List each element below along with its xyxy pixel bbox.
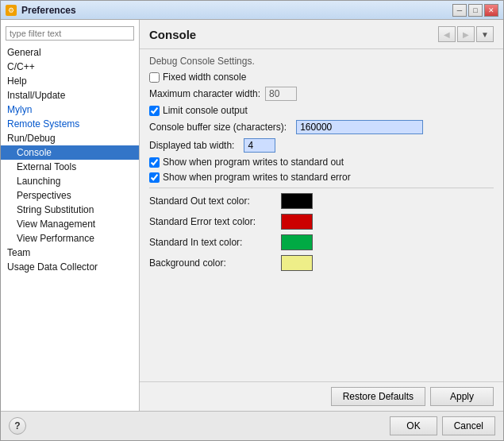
title-bar-left: ⚙ Preferences xyxy=(6,5,76,16)
sidebar: General C/C++ Help Install/Update Mylyn … xyxy=(1,20,140,411)
panel-divider xyxy=(140,48,503,49)
stdout-color-row: Standard Out text color: xyxy=(149,193,494,209)
minimize-button[interactable]: ─ xyxy=(452,4,467,17)
max-char-row: Maximum character width: xyxy=(149,87,494,101)
stdin-color-label: Standard In text color: xyxy=(149,237,276,248)
colors-divider xyxy=(149,188,494,188)
sidebar-item-help[interactable]: Help xyxy=(1,74,139,88)
filter-box xyxy=(6,26,134,41)
footer-left: ? xyxy=(9,417,26,435)
limit-output-label: Limit console output xyxy=(163,105,248,116)
stdin-color-swatch[interactable] xyxy=(281,234,313,250)
restore-defaults-button[interactable]: Restore Defaults xyxy=(331,387,425,406)
panel-body: Debug Console Settings. Fixed width cons… xyxy=(140,52,503,381)
right-panel: Console ◀ ▶ ▼ Debug Console Settings. Fi… xyxy=(140,20,503,411)
max-char-input[interactable] xyxy=(265,87,297,101)
window-icon: ⚙ xyxy=(6,5,17,16)
fixed-width-checkbox[interactable] xyxy=(149,72,160,83)
tab-width-label: Displayed tab width: xyxy=(149,140,234,151)
cancel-button[interactable]: Cancel xyxy=(442,416,495,435)
sidebar-item-usage-data[interactable]: Usage Data Collector xyxy=(1,260,139,274)
panel-title: Console xyxy=(149,28,196,41)
sidebar-item-console[interactable]: Console xyxy=(1,145,139,160)
stdout-checkbox[interactable] xyxy=(149,157,160,168)
max-char-label: Maximum character width: xyxy=(149,88,260,99)
footer-right: OK Cancel xyxy=(390,416,495,435)
bg-color-swatch[interactable] xyxy=(281,255,313,271)
main-content: General C/C++ Help Install/Update Mylyn … xyxy=(1,20,503,411)
fixed-width-label: Fixed width console xyxy=(163,72,246,83)
filter-input[interactable] xyxy=(6,26,134,41)
stderr-color-row: Standard Error text color: xyxy=(149,214,494,230)
dialog-footer: ? OK Cancel xyxy=(1,411,503,440)
nav-forward-button[interactable]: ▶ xyxy=(457,26,475,42)
sidebar-item-run-debug[interactable]: Run/Debug xyxy=(1,131,139,145)
title-buttons: ─ □ ✕ xyxy=(452,4,498,17)
stderr-checkbox[interactable] xyxy=(149,172,160,183)
buffer-size-input[interactable] xyxy=(296,120,423,134)
sidebar-item-external-tools[interactable]: External Tools xyxy=(1,160,139,174)
stdin-color-row: Standard In text color: xyxy=(149,234,494,250)
close-button[interactable]: ✕ xyxy=(484,4,498,17)
preferences-window: ⚙ Preferences ─ □ ✕ General C/C++ Help I… xyxy=(0,0,504,441)
stderr-color-swatch[interactable] xyxy=(281,214,313,230)
sidebar-item-string-substitution[interactable]: String Substitution xyxy=(1,203,139,217)
stdout-color-label: Standard Out text color: xyxy=(149,195,276,207)
title-bar: ⚙ Preferences ─ □ ✕ xyxy=(1,1,503,20)
sidebar-item-perspectives[interactable]: Perspectives xyxy=(1,188,139,203)
sidebar-item-mylyn[interactable]: Mylyn xyxy=(1,103,139,117)
sidebar-item-general[interactable]: General xyxy=(1,45,139,60)
apply-button[interactable]: Apply xyxy=(430,387,494,406)
stderr-label: Show when program writes to standard err… xyxy=(163,172,351,183)
panel-header: Console ◀ ▶ ▼ xyxy=(140,20,503,45)
nav-buttons: ◀ ▶ ▼ xyxy=(438,26,494,42)
buffer-size-label: Console buffer size (characters): xyxy=(149,122,287,133)
sidebar-item-install-update[interactable]: Install/Update xyxy=(1,88,139,103)
stdout-color-swatch[interactable] xyxy=(281,193,313,209)
ok-button[interactable]: OK xyxy=(390,416,437,435)
sidebar-item-view-performance[interactable]: View Performance xyxy=(1,231,139,246)
bg-color-label: Background color: xyxy=(149,257,276,269)
window-title: Preferences xyxy=(21,5,76,16)
maximize-button[interactable]: □ xyxy=(468,4,483,17)
sidebar-item-team[interactable]: Team xyxy=(1,246,139,260)
sidebar-item-view-management[interactable]: View Management xyxy=(1,217,139,231)
bg-color-row: Background color: xyxy=(149,255,494,271)
sidebar-item-launching[interactable]: Launching xyxy=(1,174,139,188)
stderr-check-row: Show when program writes to standard err… xyxy=(149,172,494,183)
tab-width-input[interactable] xyxy=(244,138,275,153)
stdout-check-row: Show when program writes to standard out xyxy=(149,157,494,168)
buffer-size-row: Console buffer size (characters): xyxy=(149,120,494,134)
help-button[interactable]: ? xyxy=(9,417,26,435)
action-buttons-bar: Restore Defaults Apply xyxy=(140,381,503,411)
fixed-width-row: Fixed width console xyxy=(149,72,494,83)
section-label: Debug Console Settings. xyxy=(149,56,494,67)
limit-output-checkbox[interactable] xyxy=(149,106,160,116)
stderr-color-label: Standard Error text color: xyxy=(149,216,276,227)
limit-output-row: Limit console output xyxy=(149,105,494,116)
stdout-label: Show when program writes to standard out xyxy=(163,157,344,168)
nav-dropdown-button[interactable]: ▼ xyxy=(476,26,494,42)
nav-back-button[interactable]: ◀ xyxy=(438,26,456,42)
sidebar-item-cpp[interactable]: C/C++ xyxy=(1,60,139,74)
tab-width-row: Displayed tab width: xyxy=(149,138,494,153)
sidebar-item-remote[interactable]: Remote Systems xyxy=(1,117,139,131)
